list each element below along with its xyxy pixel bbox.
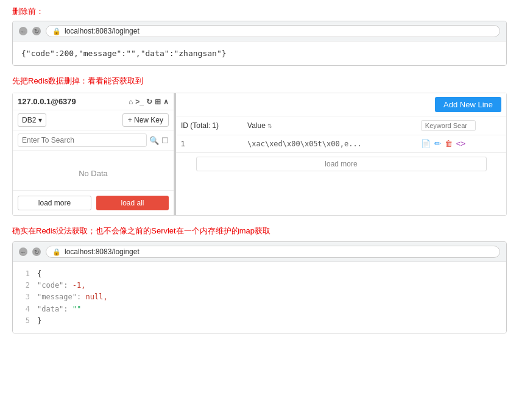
- lock-icon-2: 🔒: [52, 248, 61, 256]
- refresh-button-2[interactable]: ↻: [32, 247, 41, 256]
- keyword-search-input[interactable]: [421, 120, 476, 131]
- browser-content-1: {"code":200,"message":"","data":"zhangsa…: [13, 41, 506, 65]
- grid-icon[interactable]: ⊞: [155, 98, 161, 106]
- redis-no-data: No Data: [13, 151, 174, 190]
- redis-header: 127.0.0.1@6379 ⌂ >_ ↻ ⊞ ∧: [13, 93, 174, 110]
- col-id-header: ID (Total: 1): [176, 116, 242, 135]
- row-actions-cell: 📄 ✏ 🗑 <>: [416, 135, 506, 152]
- row-value-cell: \xac\xed\x00\x05t\x00,e...: [242, 135, 416, 152]
- line-number: 4: [21, 304, 30, 315]
- code-line: 1{: [21, 268, 498, 280]
- line-content: {: [37, 268, 41, 280]
- line-content: "message": null,: [37, 291, 108, 303]
- redis-search-icons: 🔍 ☐: [149, 136, 169, 145]
- add-new-line-button[interactable]: Add New Line: [435, 97, 501, 112]
- redis-search-row: 🔍 ☐: [13, 130, 174, 151]
- sort-arrows-icon[interactable]: ⇅: [267, 123, 272, 129]
- redis-left-panel: 127.0.0.1@6379 ⌂ >_ ↻ ⊞ ∧ DB2 ▾ + New Ke…: [13, 93, 174, 215]
- right-load-more-row: load more: [176, 152, 506, 175]
- browser-url-1: 🔒 localhost:8083/loginget: [46, 25, 500, 37]
- db-label: DB2: [22, 116, 36, 124]
- browser-content-2: 1{2 "code": -1,3 "message": null,4 "data…: [13, 262, 506, 333]
- code-line: 3 "message": null,: [21, 291, 498, 303]
- browser-mock-1: ← ↻ 🔒 localhost:8083/loginget {"code":20…: [12, 21, 507, 66]
- refresh-button-1[interactable]: ↻: [32, 27, 41, 35]
- line-content: "code": -1,: [37, 280, 85, 291]
- browser-url-2: 🔒 localhost:8083/loginget: [46, 246, 500, 258]
- browser-mock-2: ← ↻ 🔒 localhost:8083/loginget 1{2 "code"…: [12, 241, 507, 333]
- line-content: "data": "": [37, 304, 81, 315]
- code-line: 4 "data": "": [21, 304, 498, 315]
- lock-icon-1: 🔒: [52, 27, 61, 35]
- page-container: 删除前： ← ↻ 🔒 localhost:8083/loginget {"cod…: [0, 0, 519, 349]
- json-response-1: {"code":200,"message":"","data":"zhangsa…: [21, 49, 227, 58]
- back-button-1[interactable]: ←: [19, 27, 27, 35]
- right-load-more-button[interactable]: load more: [196, 157, 487, 171]
- table-row: 1 \xac\xed\x00\x05t\x00,e... 📄 ✏ 🗑 <>: [176, 135, 506, 152]
- search-icon[interactable]: 🔍: [149, 136, 159, 145]
- redis-load-row: load more load all: [13, 190, 174, 215]
- back-button-2[interactable]: ←: [19, 247, 27, 256]
- bottom-annotation: 确实在Redis没法获取；也不会像之前的Servlet在一个内存维护的map获取: [12, 226, 507, 237]
- redis-right-header: Add New Line: [176, 93, 506, 116]
- browser-bar-2: ← ↻ 🔒 localhost:8083/loginget: [13, 242, 506, 262]
- load-all-button[interactable]: load all: [96, 196, 169, 210]
- url-text-2: localhost:8083/loginget: [65, 247, 139, 256]
- load-more-button[interactable]: load more: [18, 196, 91, 210]
- redis-header-icons: ⌂ >_ ↻ ⊞ ∧: [129, 98, 169, 106]
- redis-search-input[interactable]: [18, 133, 147, 147]
- line-number: 1: [21, 268, 30, 280]
- delete-icon[interactable]: 🗑: [445, 139, 453, 148]
- terminal-icon[interactable]: >_: [135, 98, 144, 106]
- redis-panel: 127.0.0.1@6379 ⌂ >_ ↻ ⊞ ∧ DB2 ▾ + New Ke…: [12, 93, 507, 216]
- line-number: 5: [21, 315, 30, 327]
- code-icon[interactable]: <>: [456, 139, 465, 148]
- redis-data-table: ID (Total: 1) Value ⇅ 1 \xac\xed\x00\x05…: [176, 116, 506, 152]
- annotation-1: 先把Redis数据删掉：看看能否获取到: [12, 76, 507, 87]
- new-key-button[interactable]: + New Key: [122, 113, 169, 127]
- refresh-icon[interactable]: ↻: [146, 98, 152, 106]
- code-line: 5}: [21, 315, 498, 327]
- checkbox-icon[interactable]: ☐: [161, 136, 169, 145]
- chevron-up-icon[interactable]: ∧: [163, 98, 169, 106]
- redis-host: 127.0.0.1@6379: [18, 97, 76, 106]
- code-line: 2 "code": -1,: [21, 280, 498, 291]
- redis-db-row: DB2 ▾ + New Key: [13, 110, 174, 130]
- line-content: }: [37, 315, 41, 327]
- url-text-1: localhost:8083/loginget: [65, 27, 139, 35]
- col-keyword-header: [416, 116, 506, 135]
- col-value-header: Value ⇅: [242, 116, 416, 135]
- db-chevron-icon: ▾: [38, 116, 42, 124]
- edit-icon[interactable]: ✏: [434, 139, 441, 148]
- line-number: 3: [21, 291, 30, 303]
- file-icon[interactable]: 📄: [421, 139, 431, 148]
- row-id-cell: 1: [176, 135, 242, 152]
- redis-right-panel: Add New Line ID (Total: 1) Value ⇅: [176, 93, 506, 215]
- line-number: 2: [21, 280, 30, 291]
- db-select[interactable]: DB2 ▾: [18, 113, 46, 127]
- top-label: 删除前：: [12, 6, 507, 17]
- home-icon[interactable]: ⌂: [129, 98, 133, 106]
- browser-bar-1: ← ↻ 🔒 localhost:8083/loginget: [13, 21, 506, 41]
